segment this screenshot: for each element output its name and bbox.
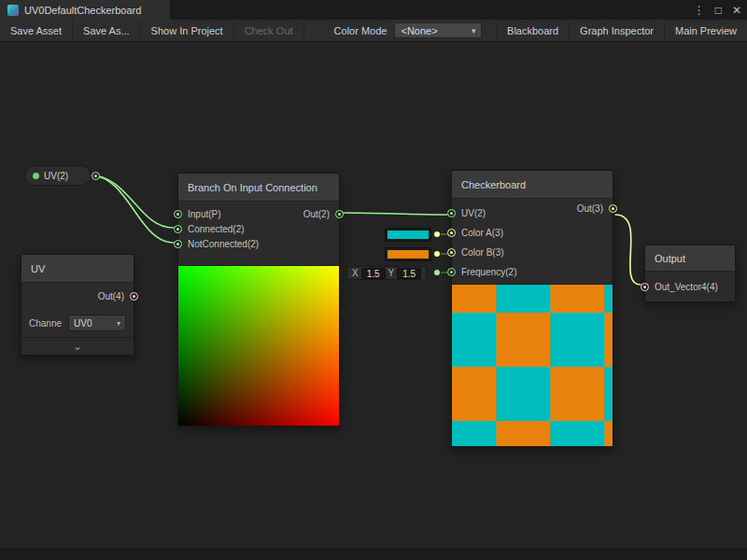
collapse-chevron-icon: ⌄	[73, 342, 82, 351]
save-asset-button[interactable]: Save Asset	[0, 20, 73, 41]
port-label: Color A(3)	[461, 228, 503, 238]
color-a-connector-dot	[434, 231, 440, 237]
port-uv-property-out[interactable]	[92, 172, 100, 180]
port-row-color-b: Color B(3)	[452, 243, 516, 262]
port-row-out-vector4: Out_Vector4(4)	[645, 272, 735, 301]
port-label: Out(4)	[98, 291, 124, 301]
node-branch-on-input-connection[interactable]: Branch On Input Connection Input(P) Conn…	[177, 173, 340, 427]
port-row-out: Out(3)	[577, 203, 613, 214]
exposed-property-dot-icon	[33, 173, 39, 179]
port-branch-out[interactable]	[335, 210, 344, 218]
port-row-connected: Connected(2)	[178, 221, 259, 236]
color-mode-value: <None>	[401, 25, 437, 36]
port-label: UV(2)	[461, 208, 486, 218]
port-row-out: Out(4)	[21, 283, 134, 309]
chevron-down-icon: ▾	[472, 26, 476, 35]
port-row-frequency: Frequency(2)	[452, 262, 516, 282]
save-as-button[interactable]: Save As...	[73, 20, 141, 41]
close-icon[interactable]: ✕	[732, 5, 741, 16]
node-title: Output	[645, 245, 735, 272]
port-label: Out_Vector4(4)	[655, 282, 718, 292]
chevron-down-icon: ▾	[117, 319, 120, 328]
channel-label: Channe	[29, 318, 64, 329]
port-label: Out(2)	[303, 209, 330, 219]
color-a-swatch	[388, 231, 429, 239]
node-uv[interactable]: UV Out(4) Channe UV0 ▾ ⌄	[21, 254, 134, 356]
port-label: NotConnected(2)	[188, 239, 259, 249]
port-row-uv: UV(2)	[452, 203, 516, 223]
port-row-out: Out(2)	[303, 206, 339, 221]
frequency-y-input[interactable]: 1.5	[397, 268, 421, 279]
port-checkerboard-uv[interactable]	[447, 209, 456, 217]
port-checkerboard-color-b[interactable]	[447, 248, 456, 257]
port-label: Out(3)	[577, 203, 603, 214]
branch-node-body: Input(P) Connected(2) NotConnected(2) Ou…	[178, 202, 339, 265]
port-label: Frequency(2)	[461, 267, 516, 277]
node-output[interactable]: Output Out_Vector4(4)	[644, 245, 736, 302]
port-branch-notconnected[interactable]	[174, 240, 182, 248]
color-a-field[interactable]	[385, 228, 431, 242]
checkerboard-node-preview	[452, 284, 613, 446]
frequency-connector-dot	[434, 270, 440, 275]
node-title: UV	[21, 255, 134, 283]
port-uv-out[interactable]	[130, 292, 138, 301]
channel-dropdown[interactable]: UV0 ▾	[68, 315, 126, 331]
port-label: Connected(2)	[188, 224, 245, 234]
color-mode-dropdown[interactable]: <None> ▾	[394, 22, 482, 38]
uv-channel-row: Channe UV0 ▾	[21, 309, 134, 337]
property-pill-label: UV(2)	[44, 171, 68, 181]
maximize-icon[interactable]: □	[715, 5, 722, 16]
shader-graph-icon	[7, 5, 19, 16]
port-label: Input(P)	[188, 209, 221, 219]
node-title: Branch On Input Connection	[178, 174, 339, 202]
node-checkerboard[interactable]: Checkerboard UV(2) Color A(3) Color B(3)…	[451, 170, 613, 447]
port-row-notconnected: NotConnected(2)	[178, 236, 259, 251]
frequency-x-input[interactable]: 1.5	[361, 268, 386, 279]
node-uv-property-pill[interactable]: UV(2)	[24, 165, 92, 186]
port-checkerboard-out[interactable]	[609, 204, 617, 213]
port-output-out-vector4[interactable]	[641, 283, 649, 291]
color-b-field[interactable]	[385, 247, 431, 261]
show-in-project-button[interactable]: Show In Project	[141, 20, 234, 41]
canvas-bottom-edge	[0, 548, 747, 560]
frequency-field: X 1.5 Y 1.5	[346, 266, 427, 280]
tab-shadergraph[interactable]: UV0DefaultCheckerboard	[0, 0, 170, 20]
shadergraph-toolbar: Save Asset Save As... Show In Project Ch…	[0, 20, 747, 42]
color-b-swatch	[388, 250, 429, 259]
window-controls: ⋮ □ ✕	[694, 0, 741, 20]
color-mode-label: Color Mode	[334, 20, 395, 41]
channel-value: UV0	[74, 318, 92, 329]
window-titlebar: UV0DefaultCheckerboard ⋮ □ ✕	[0, 0, 747, 20]
graph-inspector-toggle-button[interactable]: Graph Inspector	[569, 20, 664, 41]
port-branch-input[interactable]	[174, 210, 182, 218]
port-branch-connected[interactable]	[174, 225, 182, 233]
blackboard-toggle-button[interactable]: Blackboard	[496, 20, 569, 41]
node-collapse-bar[interactable]: ⌄	[21, 337, 134, 355]
frequency-x-label: X	[352, 268, 359, 278]
kebab-menu-icon[interactable]: ⋮	[694, 5, 705, 16]
node-title: Checkerboard	[452, 171, 613, 199]
color-b-connector-dot	[434, 251, 440, 257]
port-row-input: Input(P)	[178, 206, 259, 221]
toolbar-right-group: Blackboard Graph Inspector Main Preview	[496, 20, 747, 41]
check-out-button: Check Out	[234, 20, 304, 41]
branch-node-preview	[178, 265, 339, 426]
tab-title: UV0DefaultCheckerboard	[24, 5, 141, 16]
main-preview-toggle-button[interactable]: Main Preview	[664, 20, 747, 41]
port-label: Color B(3)	[461, 247, 504, 258]
port-checkerboard-color-a[interactable]	[447, 229, 456, 237]
frequency-y-label: Y	[388, 268, 395, 278]
port-checkerboard-frequency[interactable]	[447, 268, 456, 276]
port-row-color-a: Color A(3)	[452, 223, 516, 243]
